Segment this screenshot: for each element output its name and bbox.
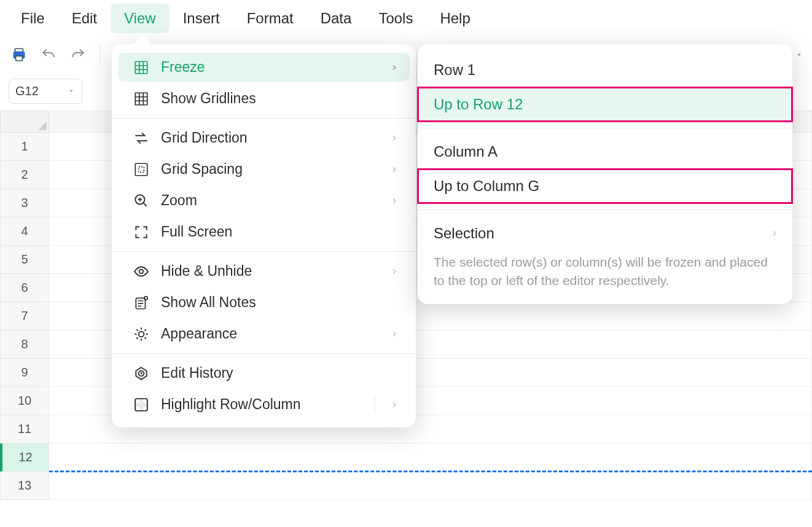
cell[interactable] <box>49 443 812 472</box>
menu-file[interactable]: File <box>7 4 58 33</box>
inner-separator <box>375 395 375 414</box>
menu-edit[interactable]: Edit <box>58 4 111 33</box>
freeze-column-a[interactable]: Column A <box>418 135 792 169</box>
view-appearance[interactable]: Appearance <box>118 319 410 348</box>
view-grid-direction[interactable]: Grid Direction <box>118 123 410 152</box>
spacing-icon <box>129 162 154 178</box>
triangle-icon <box>38 122 47 130</box>
notes-icon <box>129 295 154 311</box>
menu-label: Grid Spacing <box>154 161 390 178</box>
menu-label: Appearance <box>154 326 390 342</box>
menu-label: Grid Direction <box>154 130 390 146</box>
view-zoom[interactable]: Zoom <box>118 186 410 215</box>
view-edit-history[interactable]: Edit History <box>118 359 410 388</box>
row-header[interactable]: 12 <box>0 443 49 472</box>
row-header[interactable]: 13 <box>0 472 49 500</box>
menu-label: Hide & Unhide <box>154 263 390 279</box>
undo-icon[interactable] <box>38 44 59 65</box>
svg-point-7 <box>139 269 144 273</box>
chevron-down-icon <box>67 87 76 95</box>
name-box[interactable]: G12 <box>9 79 82 104</box>
grid-icon <box>129 60 154 76</box>
menu-tools[interactable]: Tools <box>365 4 426 33</box>
row-header[interactable]: 11 <box>0 415 49 443</box>
eye-icon <box>129 264 154 279</box>
toolbar-separator <box>100 44 100 65</box>
svg-rect-4 <box>135 163 147 176</box>
row-header[interactable]: 3 <box>0 189 49 217</box>
menu-label: Zoom <box>154 192 390 209</box>
menu-separator <box>112 353 416 354</box>
svg-rect-5 <box>139 166 144 172</box>
toolbar-more-icon[interactable] <box>795 50 803 59</box>
svg-point-9 <box>144 296 147 299</box>
chevron-right-icon <box>390 63 399 72</box>
brightness-icon <box>129 326 154 342</box>
freeze-submenu: Row 1 Up to Row 12 Column A Up to Column… <box>418 44 792 304</box>
gridlines-icon <box>129 91 154 107</box>
fullscreen-icon <box>129 224 154 240</box>
menu-label: Freeze <box>154 59 390 76</box>
menu-view[interactable]: View <box>111 4 170 33</box>
view-grid-spacing[interactable]: Grid Spacing <box>118 155 410 184</box>
row-header[interactable]: 5 <box>0 246 49 274</box>
print-icon[interactable] <box>9 44 29 65</box>
select-all-corner[interactable] <box>0 111 49 133</box>
view-full-screen[interactable]: Full Screen <box>118 217 410 246</box>
freeze-up-to-column[interactable]: Up to Column G <box>418 169 792 203</box>
menu-help[interactable]: Help <box>426 4 483 33</box>
svg-rect-3 <box>135 61 147 74</box>
row-header[interactable]: 8 <box>0 330 49 359</box>
view-highlight-rowcol[interactable]: Highlight Row/Column <box>118 390 410 419</box>
history-icon <box>129 365 154 381</box>
submenu-separator <box>418 128 792 128</box>
chevron-right-icon <box>390 197 399 205</box>
view-dropdown: Freeze Show Gridlines Grid Direction Gri… <box>112 44 416 427</box>
chevron-right-icon <box>390 134 399 142</box>
menu-format[interactable]: Format <box>233 4 307 33</box>
chevron-right-icon <box>390 400 399 409</box>
name-box-value: G12 <box>15 84 39 98</box>
menu-separator <box>112 251 416 252</box>
row-header[interactable]: 4 <box>0 217 49 246</box>
menu-insert[interactable]: Insert <box>170 4 233 33</box>
chevron-right-icon <box>390 330 399 338</box>
submenu-separator <box>418 209 792 210</box>
chevron-right-icon <box>390 165 399 174</box>
view-freeze[interactable]: Freeze <box>118 53 410 82</box>
cell[interactable] <box>49 472 812 500</box>
menu-label: Edit History <box>154 365 399 381</box>
freeze-row-1[interactable]: Row 1 <box>418 53 792 87</box>
row-header[interactable]: 2 <box>0 161 49 189</box>
menu-separator <box>112 118 416 119</box>
redo-icon[interactable] <box>68 44 88 65</box>
freeze-selection-description: The selected row(s) or column(s) will be… <box>418 251 792 291</box>
svg-rect-2 <box>16 56 23 61</box>
freeze-up-to-row[interactable]: Up to Row 12 <box>418 87 792 122</box>
highlight-icon <box>129 397 154 413</box>
row-header[interactable]: 7 <box>0 302 49 330</box>
zoom-icon <box>129 193 154 209</box>
row-header[interactable]: 1 <box>0 133 49 161</box>
svg-point-10 <box>139 331 144 337</box>
svg-rect-14 <box>139 399 144 411</box>
menu-data[interactable]: Data <box>307 4 365 33</box>
menubar: File Edit View Insert Format Data Tools … <box>0 0 812 37</box>
freeze-selection[interactable]: Selection <box>418 216 792 251</box>
row-header[interactable]: 6 <box>0 274 49 302</box>
menu-label: Selection <box>434 225 494 241</box>
row-header[interactable]: 9 <box>0 359 49 387</box>
view-show-all-notes[interactable]: Show All Notes <box>118 288 410 317</box>
menu-label: Show All Notes <box>154 294 399 311</box>
menu-label: Show Gridlines <box>154 90 399 107</box>
chevron-right-icon <box>390 267 399 276</box>
chevron-right-icon <box>770 229 779 238</box>
menu-label: Highlight Row/Column <box>154 396 390 413</box>
view-show-gridlines[interactable]: Show Gridlines <box>118 84 410 113</box>
row-header[interactable]: 10 <box>0 387 49 415</box>
menu-label: Full Screen <box>154 224 399 240</box>
freeze-line <box>49 470 812 472</box>
view-hide-unhide[interactable]: Hide & Unhide <box>118 257 410 286</box>
direction-icon <box>129 130 154 146</box>
